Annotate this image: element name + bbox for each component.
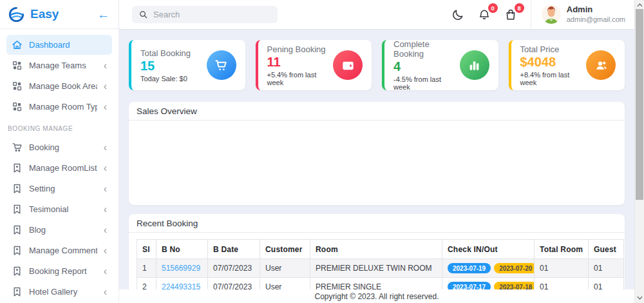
stat-value: 15 [140,59,191,73]
stat-label: Total Booking [140,48,191,58]
cell-check-in-out: 2023-07-192023-07-20 [442,259,535,278]
sidebar-item-booking[interactable]: Booking ‹ [6,137,112,157]
stat-card-total-booking: Total Booking 15 Today Sale: $0 [129,40,245,90]
bookmark-icon [12,183,23,194]
col-header-guest: Guest [589,240,624,259]
sidebar-item-tesimonial[interactable]: Tesimonial ‹ [6,199,112,219]
chevron-left-icon: ‹ [104,184,107,194]
cell-total-room: 01 [535,259,589,278]
sidebar-item-blog[interactable]: Blog ‹ [6,220,112,240]
sidebar-item-hotel-gallery[interactable]: Hotel Gallery ‹ [6,282,112,302]
scroll-down-arrow-icon[interactable] [635,293,644,302]
recent-booking-table: Sl B No B Date Customer Room Check IN/Ou… [137,239,624,297]
sidebar-item-label: Setting [29,184,97,193]
brand-logo-icon [8,6,25,23]
sidebar-item-label: Blog [29,225,97,235]
cell-sl: 1 [137,259,156,278]
brand-header: Easy ← [0,0,118,29]
sidebar-item-label: Tesimonial [29,204,97,214]
check-in-badge: 2023-07-19 [448,263,491,273]
cell-bdate: 07/07/2023 [208,259,260,278]
chevron-left-icon: ‹ [104,142,107,153]
recent-booking-title: Recent Booking [129,214,625,233]
cell-guest: 01 [589,259,624,278]
stat-subtext: -4.5% from last week [393,75,460,91]
chevron-left-icon: ‹ [104,163,107,173]
bookmark-icon [12,204,23,215]
cart-icon [12,142,23,153]
sidebar-collapse-button[interactable]: ← [97,8,109,21]
sidebar-item-manage-comment[interactable]: Manage Comment ‹ [6,240,112,260]
cart-count-badge: 8 [515,3,524,13]
stat-subtext: +5.4% from last week [267,71,334,86]
chevron-left-icon: ‹ [104,225,107,235]
sidebar-item-label: Manage Room Type [29,102,97,112]
check-out-badge: 2023-07-20 [494,263,534,273]
sidebar-item-label: Hotel Gallery [29,287,97,297]
moon-icon [451,8,464,21]
main-area: 0 8 Admin admin@gmail.com [119,0,634,303]
brand-name: Easy [30,7,97,21]
dashboard-content: Total Booking 15 Today Sale: $0 Pening B… [119,29,634,303]
table-row: 1 515669929 07/07/2023 User PREMIER DELU… [137,259,624,278]
topbar: 0 8 Admin admin@gmail.com [119,0,634,29]
copyright-text: Copyright © 2023. All right reserved. [315,292,439,301]
grid-icon [12,101,23,112]
sidebar: Easy ← Dashboard Manage Teams ‹ [0,0,119,303]
search-box[interactable] [132,6,278,23]
scroll-up-arrow-icon[interactable] [635,1,644,10]
sidebar-item-label: Manage Comment [29,246,97,255]
vertical-scrollbar[interactable] [634,0,644,303]
notifications-button[interactable]: 0 [478,8,492,22]
stat-value: 4 [393,59,460,74]
sidebar-nav: Dashboard Manage Teams ‹ Manage Book Are… [0,29,118,303]
stat-subtext: +8.4% from last week [520,71,587,86]
cell-customer: User [260,259,310,278]
sales-overview-title: Sales Overview [129,102,625,121]
app-window: Easy ← Dashboard Manage Teams ‹ [0,0,644,303]
sidebar-item-label: Manage Teams [29,61,97,70]
bookmark-icon [12,266,23,277]
sidebar-item-label: Booking Report [29,266,97,276]
chevron-left-icon: ‹ [104,81,107,92]
col-header-sl: Sl [137,240,156,259]
chevron-left-icon: ‹ [104,266,107,277]
avatar [542,5,561,24]
user-name: Admin [567,5,625,15]
grid-icon [12,60,23,71]
sidebar-item-setting[interactable]: Setting ‹ [6,179,112,199]
chevron-left-icon: ‹ [104,287,107,297]
sidebar-item-manage-roomlist[interactable]: Manage RoomList ‹ [6,158,112,178]
sidebar-item-booking-report[interactable]: Booking Report ‹ [6,261,112,281]
sidebar-item-manage-book-area[interactable]: Manage Book Area ‹ [6,76,112,96]
sidebar-item-label: Manage Book Area [29,81,97,91]
wallet-icon [333,50,363,80]
cart-icon [207,50,236,80]
footer: Copyright © 2023. All right reserved. [119,289,634,303]
stat-label: Pening Booking [267,44,334,54]
sidebar-item-dashboard[interactable]: Dashboard [6,35,112,55]
chevron-left-icon: ‹ [104,204,107,215]
user-menu[interactable]: Admin admin@gmail.com [531,5,625,24]
users-icon [586,50,616,80]
cart-button[interactable]: 8 [504,8,518,22]
user-email: admin@gmail.com [567,15,625,24]
chevron-left-icon: ‹ [104,102,107,112]
bookmark-icon [12,245,23,256]
scrollbar-thumb[interactable] [636,9,643,200]
booking-number-link[interactable]: 515669929 [162,264,200,273]
grid-icon [12,81,23,92]
sidebar-item-manage-room-type[interactable]: Manage Room Type ‹ [6,97,112,117]
table-header-row: Sl B No B Date Customer Room Check IN/Ou… [137,240,624,259]
bookmark-icon [12,286,23,297]
search-input[interactable] [153,10,271,19]
stat-value: $4048 [520,55,587,70]
dark-mode-toggle[interactable] [451,8,466,22]
sidebar-item-manage-teams[interactable]: Manage Teams ‹ [6,55,112,75]
bar-chart-icon [460,50,489,80]
bookmark-icon [12,162,23,173]
stat-card-pending-booking: Pening Booking 11 +5.4% from last week [256,40,372,90]
cell-room: PREMIER DELUXE TWIN ROOM [310,259,442,278]
stat-value: 11 [267,55,334,70]
stat-label: Complete Booking [393,39,460,59]
